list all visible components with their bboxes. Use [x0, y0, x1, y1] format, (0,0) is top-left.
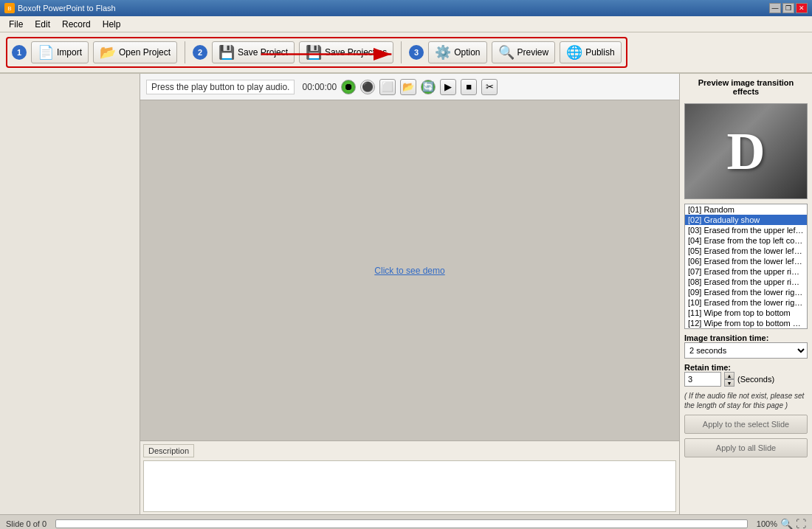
audio-refresh-btn[interactable]: 🔄 — [421, 80, 436, 94]
transition-item-3[interactable]: [03] Erased from the upper left c... — [685, 225, 807, 235]
right-panel-title: Preview image transition effects — [684, 78, 808, 99]
publish-label: Publish — [585, 47, 614, 58]
step1-badge: 1 — [12, 45, 27, 60]
apply-all-button[interactable]: Apply to all Slide — [684, 438, 808, 457]
demo-link[interactable]: Click to see demo — [374, 266, 444, 276]
main-container: Press the play button to play audio. 00:… — [0, 74, 812, 514]
preview-letter: D — [727, 121, 765, 182]
menu-help[interactable]: Help — [97, 18, 127, 31]
toolbar-separator-2 — [401, 41, 402, 63]
transition-time-label: Image transition time: — [684, 333, 808, 342]
retain-time-down[interactable]: ▼ — [724, 379, 734, 387]
info-text: ( If the audio file not exist, please se… — [684, 391, 808, 410]
transition-item-4[interactable]: [04] Erase from the top left corn... — [685, 235, 807, 246]
description-area: Description — [140, 440, 679, 514]
retain-time-control: ▲ ▼ (Seconds) — [684, 372, 808, 387]
save-project-as-button[interactable]: 💾 Save Project as — [299, 41, 393, 63]
audio-bar: Press the play button to play audio. 00:… — [140, 74, 679, 100]
publish-button[interactable]: 🌐 Publish — [560, 41, 621, 63]
audio-record-btn[interactable]: ⏺ — [341, 80, 356, 94]
transition-item-12[interactable]: [12] Wipe from top to bottom an... — [685, 318, 807, 328]
close-button[interactable]: ✕ — [796, 3, 808, 13]
preview-button[interactable]: 🔍 Preview — [492, 41, 556, 63]
slide-info: Slide 0 of 0 — [6, 519, 47, 528]
retain-time-input[interactable] — [684, 372, 721, 387]
transition-list-container: [01] Random[02] Gradually show[03] Erase… — [684, 204, 808, 329]
open-project-icon: 📂 — [100, 44, 116, 60]
save-project-button[interactable]: 💾 Save Project — [212, 41, 295, 63]
description-text-area[interactable] — [143, 460, 676, 512]
transition-item-11[interactable]: [11] Wipe from top to bottom — [685, 308, 807, 318]
audio-circle-btn[interactable]: ⚫ — [360, 80, 375, 94]
save-project-icon: 💾 — [219, 44, 235, 60]
audio-status-text: Press the play button to play audio. — [146, 80, 295, 94]
apply-select-button[interactable]: Apply to the select Slide — [684, 415, 808, 434]
transition-item-9[interactable]: [09] Erased from the lower right... — [685, 287, 807, 297]
transition-item-6[interactable]: [06] Erased from the lower left c... — [685, 256, 807, 266]
audio-square-btn[interactable]: ■ — [461, 79, 477, 95]
preview-label: Preview — [517, 47, 549, 58]
transition-time-select[interactable]: 2 seconds 1 second 3 seconds 4 seconds — [684, 342, 808, 359]
option-icon: ⚙️ — [435, 44, 451, 60]
audio-stop-btn[interactable]: ⬜ — [379, 79, 396, 95]
audio-play-btn[interactable]: ▶ — [440, 79, 456, 95]
open-project-label: Open Project — [119, 47, 171, 58]
toolbar-outlined-group: 1 📄 Import 📂 Open Project 2 💾 Save Proje… — [6, 37, 627, 68]
title-bar: B Boxoft PowerPoint to Flash — ❒ ✕ — [0, 0, 812, 16]
menu-edit[interactable]: Edit — [29, 18, 56, 31]
transition-item-1[interactable]: [01] Random — [685, 204, 807, 215]
progress-bar — [55, 519, 748, 528]
step2-badge: 2 — [193, 45, 207, 60]
retain-time-row: Retain time: ▲ ▼ (Seconds) — [684, 363, 808, 387]
seconds-label: (Seconds) — [737, 375, 774, 384]
open-project-button[interactable]: 📂 Open Project — [93, 41, 177, 63]
retain-time-spinner: ▲ ▼ — [724, 372, 734, 387]
center-area: Press the play button to play audio. 00:… — [140, 74, 679, 514]
transition-list[interactable]: [01] Random[02] Gradually show[03] Erase… — [684, 204, 808, 329]
window-controls: — ❒ ✕ — [769, 3, 808, 13]
status-bar: Slide 0 of 0 100% 🔍 ⛶ — [0, 514, 812, 529]
app-icon: B — [4, 3, 15, 13]
audio-scissors-btn[interactable]: ✂ — [481, 79, 498, 95]
option-button[interactable]: ⚙️ Option — [428, 41, 486, 63]
zoom-in-icon[interactable]: 🔍 — [780, 518, 793, 530]
zoom-value: 100% — [757, 519, 777, 528]
transition-item-2[interactable]: [02] Gradually show — [685, 215, 807, 225]
option-label: Option — [454, 47, 480, 58]
import-icon: 📄 — [38, 44, 54, 60]
save-project-as-label: Save Project as — [325, 47, 387, 58]
transition-item-10[interactable]: [10] Erased from the lower right... — [685, 297, 807, 308]
menu-file[interactable]: File — [3, 18, 29, 31]
right-panel: Preview image transition effects D [01] … — [679, 74, 812, 514]
preview-icon: 🔍 — [498, 44, 515, 60]
toolbar-separator-1 — [185, 41, 185, 63]
restore-button[interactable]: ❒ — [782, 3, 794, 13]
preview-image: D — [684, 103, 808, 199]
menu-record[interactable]: Record — [56, 18, 97, 31]
transition-item-7[interactable]: [07] Erased from the upper right... — [685, 266, 807, 277]
canvas-area: Click to see demo — [140, 100, 679, 440]
retain-time-label: Retain time: — [684, 363, 808, 372]
transition-item-5[interactable]: [05] Erased from the lower left c... — [685, 246, 807, 256]
slide-list-panel — [0, 74, 140, 514]
transition-item-8[interactable]: [08] Erased from the upper right... — [685, 277, 807, 287]
menu-bar: File Edit Record Help — [0, 16, 812, 32]
save-project-as-icon: 💾 — [306, 44, 322, 60]
audio-time: 00:00:00 — [302, 82, 337, 92]
toolbar: 1 📄 Import 📂 Open Project 2 💾 Save Proje… — [0, 32, 812, 74]
transition-time-row: Image transition time: 2 seconds 1 secon… — [684, 333, 808, 359]
import-button[interactable]: 📄 Import — [31, 41, 89, 63]
step3-badge: 3 — [409, 45, 424, 60]
minimize-button[interactable]: — — [769, 3, 781, 13]
import-label: Import — [57, 47, 82, 58]
description-label: Description — [143, 444, 194, 457]
save-project-label: Save Project — [238, 47, 288, 58]
publish-icon: 🌐 — [566, 44, 582, 60]
zoom-fit-icon[interactable]: ⛶ — [796, 518, 806, 530]
zoom-controls: 100% 🔍 ⛶ — [757, 518, 806, 530]
audio-import-btn[interactable]: 📂 — [400, 79, 416, 95]
retain-time-up[interactable]: ▲ — [724, 372, 734, 379]
window-title: Boxoft PowerPoint to Flash — [18, 4, 769, 13]
